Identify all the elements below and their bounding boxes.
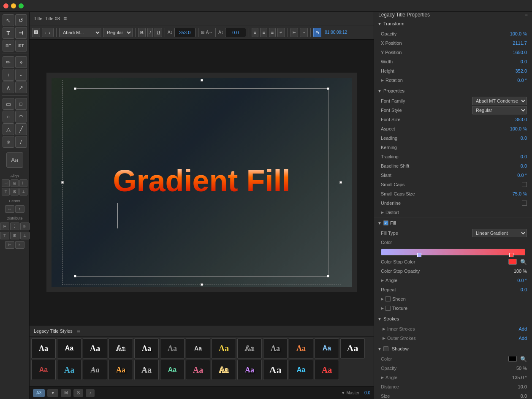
rotate-tool[interactable]: ↺ [15,14,27,26]
strokes-header[interactable]: ▼ Strokes [374,313,532,324]
baseline-shift-value[interactable]: 0.0 [502,163,527,168]
style-item-14[interactable]: Aa [31,360,56,380]
align-top-btn[interactable]: ⊤ [2,188,10,195]
center-v-btn[interactable]: ↕ [15,205,24,213]
gradient-bar[interactable] [381,249,525,255]
tab-stops-toggle[interactable]: ⊢ [290,28,298,37]
style-item-15[interactable]: Aa [57,360,81,380]
timeline-item-arrow[interactable]: ▼ [47,389,58,397]
style-item-8[interactable]: Aa [212,338,236,358]
shadow-angle-expand[interactable]: ▶ [381,375,384,380]
leading-input[interactable] [225,28,246,37]
timeline-item-audio[interactable]: ♪ [86,389,95,397]
aspect-value[interactable]: 100.0 % [502,126,527,131]
font-size-input[interactable] [174,28,195,37]
maximize-button[interactable] [19,3,24,8]
select-tool[interactable]: ↖ [3,14,14,26]
texture-checkbox[interactable] [385,306,391,311]
shadow-header[interactable]: ▼ Shadow [374,343,532,354]
shadow-eyedropper[interactable]: 🔍 [520,356,527,362]
shadow-checkbox[interactable] [383,346,388,351]
word-wrap-toggle[interactable]: ↵ [277,28,285,37]
shadow-distance-value[interactable]: 10.0 [518,384,527,389]
editor-menu-icon[interactable]: ≡ [63,15,67,22]
small-caps-size-value[interactable]: 75.0 % [502,191,527,196]
style-item-12[interactable]: Aa [315,338,339,358]
eyedropper-icon[interactable]: 🔍 [520,259,527,265]
sheen-checkbox[interactable] [385,296,391,301]
kerning-value[interactable]: — [502,145,527,150]
add-anchor-tool[interactable]: + [3,69,14,81]
width-value[interactable]: 0.0 [502,59,527,64]
outer-strokes-expand[interactable]: ▶ [383,336,385,340]
style-item-10[interactable]: Aa [263,338,288,358]
style-item-19[interactable]: Aa [160,360,185,380]
polygon-tool[interactable]: △ [3,123,14,135]
align-left-text[interactable]: ≡ [252,28,258,37]
font-family-select[interactable]: Abadi M... [59,28,101,37]
area-text-tool[interactable]: ⊞T [3,40,14,52]
vertical-text-tool[interactable]: T [15,27,27,39]
gradient-stop-left[interactable] [417,253,421,257]
style-item-25[interactable]: Aa [315,360,339,380]
ellipse2-tool[interactable]: ◎ [3,136,14,148]
align-center-text[interactable]: ≡ [260,28,267,37]
style-item-22[interactable]: Aa [237,360,262,380]
shadow-color-swatch[interactable] [508,356,517,362]
minimize-button[interactable] [11,3,16,8]
rotation-value[interactable]: 0.0 ° [502,78,527,83]
pen-tool[interactable]: ✏ [3,56,14,68]
timeline-item-m[interactable]: M [61,389,71,397]
align-center-h-btn[interactable]: ⊟ [11,179,19,187]
align-right-text[interactable]: ≡ [269,28,276,37]
style-item-20[interactable]: Aa [186,360,210,380]
style-item-17[interactable]: Aa [109,360,133,380]
arc-tool[interactable]: ◠ [15,111,27,122]
style-item-9[interactable]: Aa [237,338,262,358]
inner-strokes-expand[interactable]: ▶ [383,327,385,331]
line-tool[interactable]: ╱ [15,123,27,135]
style-item-3[interactable]: Aa [83,338,107,358]
style-item-11[interactable]: Aa [289,338,313,358]
height-value[interactable]: 352.0 [502,68,527,73]
font-style-prop-select[interactable]: Regular [472,106,527,114]
outer-strokes-add[interactable]: Add [518,336,527,341]
panel-menu-icon[interactable]: ≡ [525,12,528,17]
remove-anchor-tool[interactable]: - [15,69,27,81]
dist-center-h-btn[interactable]: ⋮ [10,223,19,230]
rounded-rect-tool[interactable]: ▢ [15,98,27,110]
timeline-item-a3[interactable]: A3 [33,389,45,397]
shadow-size-value[interactable]: 0.0 [521,394,527,399]
dist-bottom-btn[interactable]: ⊥ [20,232,30,239]
vertical-area-tool[interactable]: ⊞T [15,40,27,52]
bold-button[interactable]: B [138,28,146,37]
fill-repeat-value[interactable]: 0.0 [502,287,527,292]
style-item-1[interactable]: Aa [31,338,56,358]
slant-value[interactable]: 0.0 ° [502,173,527,178]
text-style-toggle[interactable]: 🅰 [32,28,40,37]
x-position-value[interactable]: 2111.7 [502,41,527,46]
canvas-area[interactable]: Gradient Fill [30,40,374,325]
distort-expand-arrow[interactable]: ▶ [381,210,384,214]
style-item-21[interactable]: Aa [212,360,236,380]
path-tool[interactable]: ↗ [15,81,27,93]
preview-tool[interactable]: Aa [6,152,23,168]
shadow-angle-value[interactable]: 135.0 ° [512,375,527,380]
fill-type-select[interactable]: Linear Gradient [472,229,527,237]
shadow-opacity-value[interactable]: 50 % [516,366,527,371]
underline-checkbox[interactable] [522,201,527,206]
fill-checkbox[interactable]: ✓ [383,220,388,225]
tracking-value[interactable]: 0.0 [502,154,527,159]
sheen-expand[interactable]: ▶ [381,297,384,301]
ellipse-tool[interactable]: ○ [3,111,14,122]
slash-tool[interactable]: / [15,136,27,148]
align-bottom-btn[interactable]: ⊥ [19,188,27,195]
properties-header[interactable]: ▼ Properties [374,85,532,96]
align-left-btn[interactable]: ⊣ [2,179,10,187]
timeline-item-s[interactable]: S [73,389,83,397]
font-family-prop-select[interactable]: Abadi MT Condensed... [472,97,527,105]
center-h-btn[interactable]: ↔ [5,205,14,213]
font-size-value[interactable]: 353.0 [502,117,527,122]
style-item-4[interactable]: Aa [109,338,133,358]
style-item-7[interactable]: Aa [186,338,210,358]
